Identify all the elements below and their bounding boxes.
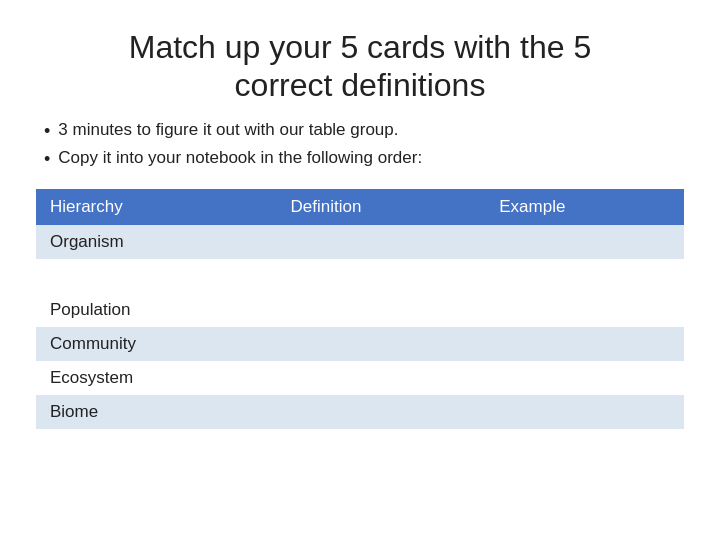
table-row: Ecosystem bbox=[36, 361, 684, 395]
col-header-definition: Definition bbox=[277, 189, 486, 225]
col-header-example: Example bbox=[485, 189, 684, 225]
bullet-text-2: Copy it into your notebook in the follow… bbox=[58, 147, 422, 170]
bullet-dot-1: • bbox=[44, 119, 50, 143]
cell-definition-3 bbox=[277, 327, 486, 361]
hierarchy-table: Hierarchy Definition Example Organism Po… bbox=[36, 189, 684, 429]
table-header-row: Hierarchy Definition Example bbox=[36, 189, 684, 225]
cell-example-5 bbox=[485, 395, 684, 429]
bullet-list: • 3 minutes to figure it out with our ta… bbox=[36, 119, 684, 176]
main-title: Match up your 5 cards with the 5 correct… bbox=[36, 28, 684, 105]
page: Match up your 5 cards with the 5 correct… bbox=[0, 0, 720, 540]
cell-example-4 bbox=[485, 361, 684, 395]
cell-definition-4 bbox=[277, 361, 486, 395]
bullet-item-2: • Copy it into your notebook in the foll… bbox=[44, 147, 684, 171]
table-row: Biome bbox=[36, 395, 684, 429]
col-header-hierarchy: Hierarchy bbox=[36, 189, 277, 225]
table-row: Organism bbox=[36, 225, 684, 259]
cell-definition-0 bbox=[277, 225, 486, 259]
table-row: Population bbox=[36, 293, 684, 327]
table-row bbox=[36, 259, 684, 293]
cell-example-3 bbox=[485, 327, 684, 361]
cell-hierarchy-4: Ecosystem bbox=[36, 361, 277, 395]
cell-hierarchy-1 bbox=[36, 259, 277, 293]
cell-definition-2 bbox=[277, 293, 486, 327]
cell-definition-1 bbox=[277, 259, 486, 293]
cell-hierarchy-2: Population bbox=[36, 293, 277, 327]
table-row: Community bbox=[36, 327, 684, 361]
bullet-item-1: • 3 minutes to figure it out with our ta… bbox=[44, 119, 684, 143]
cell-hierarchy-0: Organism bbox=[36, 225, 277, 259]
bullet-text-1: 3 minutes to figure it out with our tabl… bbox=[58, 119, 398, 142]
cell-hierarchy-3: Community bbox=[36, 327, 277, 361]
cell-hierarchy-5: Biome bbox=[36, 395, 277, 429]
cell-example-0 bbox=[485, 225, 684, 259]
cell-example-1 bbox=[485, 259, 684, 293]
title-line1: Match up your 5 cards with the 5 bbox=[129, 29, 591, 65]
cell-example-2 bbox=[485, 293, 684, 327]
cell-definition-5 bbox=[277, 395, 486, 429]
bullet-dot-2: • bbox=[44, 147, 50, 171]
title-line2: correct definitions bbox=[235, 67, 486, 103]
